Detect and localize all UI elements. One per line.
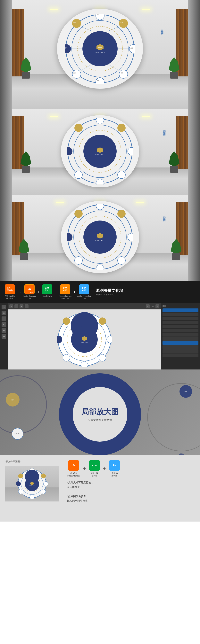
company-text-3: COMPANY (95, 240, 105, 241)
cdr-icon: CDRX3 (42, 284, 52, 294)
original-sub: 原创设计・请勿转载 (96, 293, 123, 296)
layer-row-11[interactable] (162, 350, 198, 353)
editor-center: COMPANY (71, 326, 98, 353)
center-circle: LOGO COMPANY (82, 31, 118, 66)
tool-ai: Ai CS6 Adobe IllustratorCS6 (23, 284, 36, 300)
svg-point-23 (118, 124, 125, 132)
ai-letter: Ai (28, 288, 31, 291)
svg-line-16 (81, 64, 92, 70)
mini-diagram-wrap: COMPANY (17, 468, 48, 500)
detail-section: 局部放大图 矢量文件可无限放大 消耗 品质 战略 结构 (0, 370, 200, 455)
editor-hex (82, 336, 87, 341)
light-3c (136, 202, 144, 203)
wall-board-3: COMPANY (61, 201, 139, 273)
cdr-sw-label: CDR x3已转曲 (91, 472, 98, 477)
layer-row-8[interactable] (162, 337, 198, 340)
cdr-sw-letter: CDR (92, 464, 97, 466)
menu-object[interactable]: O (25, 304, 29, 308)
mini-preview: COMPANY (5, 466, 59, 502)
layer-row-10[interactable] (162, 345, 198, 349)
svg-point-34 (118, 210, 125, 218)
info-line-1: *文件尺寸可随意更改， (67, 480, 195, 485)
tool-zoom[interactable]: ⊕ (2, 328, 6, 333)
left-wall-2 (0, 109, 12, 195)
ai-icon: Ai CS6 (25, 284, 35, 294)
svg-point-47 (99, 354, 106, 361)
svg-point-38 (75, 256, 82, 264)
plant-right-2 (168, 149, 180, 173)
svg-point-29 (75, 124, 82, 132)
sw-cdr: CDR CDR x3已转曲 (89, 460, 100, 477)
editor-sidebar: ↖ □ T ✎ ⊕ ◉ (0, 303, 8, 370)
plant-right-3 (170, 237, 182, 260)
company-text-2: COMPANY (95, 154, 105, 155)
vertical-text-2: 前沿智慧结构图 (163, 128, 166, 132)
tool-zip: ZIP压缩包 压缩包内容8以下文件 (4, 284, 16, 300)
logo-hexagon: LOGO (96, 44, 104, 50)
layer-row-9[interactable] (162, 341, 198, 345)
bottom-section: *源文件平面图* (0, 455, 200, 522)
menu-edit[interactable]: E (15, 304, 18, 308)
wall-board: LOGO COMPANY 消耗 发展 战略 创新 合作 服务 思路 品质 (57, 9, 143, 89)
layer-row-1[interactable] (162, 308, 198, 312)
zip-desc: 压缩包内容8以下文件 (5, 295, 15, 300)
wall-board-2: COMPANY (61, 115, 139, 187)
detail-sat-bot-left-text: 品质 (16, 433, 19, 435)
layer-row-3[interactable] (162, 317, 198, 320)
plant-right (168, 55, 180, 78)
software-row: Ai AI CS6未转曲+已转曲 + CDR CDR x3已转曲 + Ps PS… (67, 460, 195, 477)
svg-line-14 (108, 64, 119, 70)
sw-plus-1: + (83, 466, 86, 471)
layer-row-7[interactable] (162, 333, 198, 336)
layer-row-12[interactable] (162, 354, 198, 357)
zoom-out[interactable]: - (146, 304, 150, 308)
svg-point-39 (67, 233, 72, 241)
layer-row-5[interactable] (162, 325, 198, 328)
svg-point-58 (43, 482, 48, 486)
menu-view[interactable]: V (20, 304, 24, 308)
center-circle-2: COMPANY (83, 135, 117, 168)
ai-sw-icon: Ai (68, 460, 79, 471)
vertical-text-1: 前沿智慧结构图 (160, 27, 164, 32)
bottom-right: Ai AI CS6未转曲+已转曲 + CDR CDR x3已转曲 + Ps PS… (67, 460, 195, 517)
sw-ai: Ai AI CS6未转曲+已转曲 (67, 460, 80, 477)
layer-row-2[interactable] (162, 312, 198, 316)
right-wall-2 (188, 109, 200, 195)
company-text: COMPANY (95, 52, 105, 53)
zip-icon: ZIP压缩包 (5, 284, 15, 294)
svg-point-36 (118, 256, 125, 264)
editor-company: COMPANY (81, 342, 88, 343)
layer-row-6[interactable] (162, 329, 198, 332)
logo-hex-3 (97, 233, 103, 239)
tool-fill[interactable]: ◉ (2, 334, 6, 339)
logo-hex-2 (97, 148, 103, 153)
tool-shape[interactable]: □ (2, 310, 6, 315)
zoom-in[interactable]: + (155, 304, 159, 308)
tool-text[interactable]: T (2, 316, 6, 321)
svg-point-10 (72, 19, 81, 28)
sat-left: 思路 (65, 47, 67, 49)
menu-file[interactable]: F (9, 304, 13, 308)
plant-left (20, 55, 32, 78)
mini-center: COMPANY (25, 477, 39, 491)
right-wall-3 (188, 195, 200, 281)
editor-main: F E V O - 75% + (8, 303, 161, 370)
svg-point-63 (18, 474, 23, 478)
detail-sat-left: 消耗 (6, 393, 20, 406)
light-2c (142, 116, 150, 117)
room-panel-3: COMPANY 前沿智慧结构图 (0, 195, 200, 281)
left-wall (0, 0, 12, 109)
ps-sw-letter: Ps (113, 464, 116, 467)
detail-main-subtitle: 矢量文件可无限放大 (88, 418, 112, 422)
info-line-3: *效果图仅供参考， (67, 494, 195, 498)
arrow-1: → (17, 290, 22, 294)
ceiling-light-1 (50, 9, 58, 10)
ps-sw-label: PS CS6未转曲 (111, 472, 118, 477)
tool-pen[interactable]: ✎ (2, 322, 6, 327)
svg-line-12 (108, 27, 119, 31)
cdr-label: CorelDRAWX3 (43, 295, 52, 300)
layer-row-4[interactable] (162, 321, 198, 324)
tool-select[interactable]: ↖ (2, 305, 6, 310)
svg-point-57 (41, 474, 46, 478)
right-wall (188, 0, 200, 109)
